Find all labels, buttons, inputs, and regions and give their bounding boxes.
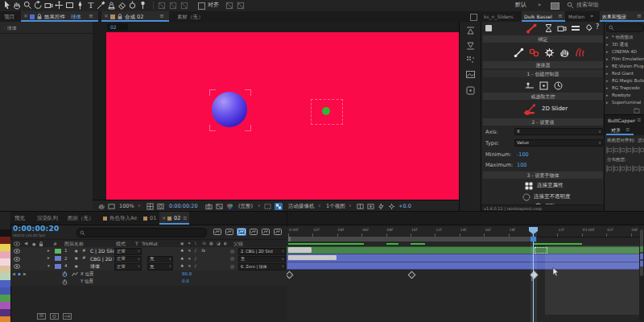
layer-color-swatch[interactable] [55, 249, 61, 254]
twirl-right-icon[interactable]: ▸ [606, 57, 609, 61]
align-top-icon[interactable] [465, 26, 476, 36]
keyframe-diamond[interactable] [407, 270, 415, 279]
shy-switch-icon[interactable]: ♠ [180, 249, 184, 253]
tab-composition[interactable]: × 合成 02 ≡ [101, 11, 169, 22]
quality-switch-icon[interactable]: / [195, 249, 196, 253]
keyframe-at-time-icon[interactable]: ◆ [18, 272, 21, 276]
comp-breadcrumb[interactable]: 02 [107, 23, 128, 31]
align-bottom-icon[interactable] [465, 40, 476, 51]
duik-tools-wrench-icon[interactable] [584, 24, 592, 33]
work-area-start-handle[interactable] [288, 237, 291, 242]
pen-tool-icon[interactable] [76, 1, 85, 10]
property-name[interactable]: Y 位置 [80, 279, 93, 284]
tab-footage[interactable]: 素材（无） [177, 14, 204, 20]
graph-editor-icon[interactable] [273, 228, 283, 236]
hide-shy-layers-icon[interactable] [237, 228, 246, 236]
layer-name-column-header[interactable]: 图层名称 [64, 242, 84, 246]
layer-name[interactable]: 球体 [90, 264, 100, 269]
panel-group-icon[interactable] [470, 14, 477, 21]
fx-switch-icon[interactable]: fx [201, 249, 205, 253]
effects-tree-item[interactable]: ▸Film Emulation [605, 56, 644, 63]
toggle-inout-pane-icon[interactable] [63, 313, 72, 320]
color-swatch[interactable] [0, 295, 10, 302]
region-of-interest-icon[interactable] [264, 203, 271, 210]
panel-menu-icon[interactable]: ≡ [159, 14, 164, 19]
camera-tool-icon[interactable] [44, 1, 54, 10]
align-button-icon[interactable] [625, 147, 631, 154]
tab-layer-none[interactable]: 图层（无） [68, 216, 94, 221]
layer-name[interactable]: CBG | 2D Slider [90, 257, 116, 262]
prev-keyframe-icon[interactable]: ◀ [12, 272, 15, 276]
property-name[interactable]: X 位置 [80, 272, 94, 277]
tab-buttcapper[interactable]: ButtCapper [608, 118, 635, 123]
panel-menu-icon[interactable]: ≡ [625, 127, 630, 133]
active-camera-dropdown[interactable]: 活动摄像机 [288, 204, 315, 209]
motion-blur-icon[interactable] [261, 228, 270, 236]
exposure-gear-icon[interactable] [388, 203, 395, 210]
property-row[interactable]: Y 位置0.0 [10, 278, 287, 286]
align-checkbox[interactable] [198, 2, 205, 10]
hand-preview-icon[interactable] [98, 203, 105, 210]
comp-canvas[interactable] [106, 32, 459, 200]
work-area-bar[interactable] [288, 237, 535, 242]
duik-automation-tab-icon[interactable] [571, 24, 580, 32]
distribute-button-icon[interactable] [613, 165, 618, 172]
color-swatch[interactable] [0, 258, 10, 266]
axis-dropdown[interactable]: X∨ [514, 128, 603, 135]
align-button-icon[interactable] [632, 147, 638, 154]
tab-ks-n-sliders[interactable]: ks_n_Sliders [484, 14, 514, 19]
view-layout-dropdown[interactable]: 1个视图 [326, 204, 345, 209]
color-swatch[interactable] [0, 244, 10, 251]
layer-color-swatch[interactable] [55, 256, 61, 261]
orbit-tool-icon[interactable] [34, 1, 43, 10]
color-swatch[interactable] [0, 280, 10, 287]
twirl-right-icon[interactable]: ▸ [606, 50, 609, 54]
tab-comp-character-import[interactable]: 角色导入Ae [109, 216, 137, 221]
tab-comp-02[interactable]: × 02 ≡ [159, 212, 189, 225]
grid-guides-icon[interactable] [147, 203, 154, 210]
keyframe-diamond[interactable] [287, 270, 293, 279]
show-snapshot-icon[interactable] [216, 203, 223, 210]
duik-constraints-tab-icon[interactable] [544, 23, 553, 33]
close-icon[interactable]: × [104, 14, 109, 19]
color-swatch[interactable] [0, 287, 10, 295]
color-swatch[interactable] [0, 273, 10, 280]
duik-hand-icon[interactable] [559, 47, 571, 59]
twirl-right-icon[interactable]: ▸ [47, 249, 50, 254]
screen-mode-icon[interactable] [108, 203, 115, 210]
new-animation-preset-icon[interactable] [634, 108, 640, 114]
layer-bar-label-chip[interactable]: Controller [288, 247, 312, 253]
selection-tool-icon[interactable] [2, 1, 12, 10]
t-column-header[interactable]: T [135, 242, 138, 246]
timeline-scrollbar[interactable] [639, 227, 644, 322]
effects-search-input[interactable] [606, 23, 644, 32]
stopwatch-icon[interactable] [62, 279, 68, 285]
shy-switch-icon[interactable]: ♠ [180, 264, 184, 268]
effects-tree-item[interactable]: ▸* 动画预设 [605, 34, 644, 41]
align-button-icon[interactable] [638, 147, 644, 154]
duik-2d-slider-button[interactable]: 2D Slider [483, 101, 603, 118]
exposure-value[interactable]: +0.0 [398, 204, 411, 209]
close-icon[interactable]: × [162, 216, 166, 221]
draft-3d-icon[interactable] [225, 228, 234, 236]
toggle-switches-pane-icon[interactable] [37, 313, 46, 320]
connect-opacity-button[interactable]: 连接至不透明度 [483, 192, 603, 202]
layer-name[interactable]: C | 2D Slider [90, 249, 116, 254]
view-layout-icon[interactable] [357, 203, 364, 210]
distribute-button-icon[interactable] [632, 165, 638, 172]
duik-box-controller-icon[interactable] [539, 80, 549, 91]
brush-tool-icon[interactable] [97, 1, 106, 10]
duik-camera-tab-icon[interactable] [557, 24, 567, 33]
sphere-layer[interactable] [212, 92, 247, 127]
snapshot-icon[interactable] [205, 203, 213, 210]
show-channels-icon[interactable] [226, 203, 234, 210]
next-keyframe-icon[interactable]: ▶ [23, 272, 27, 276]
layer-color-swatch[interactable] [55, 264, 61, 269]
twirl-down-icon[interactable]: ▾ [47, 264, 50, 269]
tab-effect-controls[interactable]: × 效果控件 球体 ≡ [21, 11, 98, 22]
effects-tree-item[interactable]: ▸Superluminal [605, 99, 644, 106]
duik-slider-icon[interactable] [524, 80, 535, 91]
minimum-value[interactable]: -100 [517, 152, 529, 158]
eraser-tool-icon[interactable] [118, 1, 127, 10]
connect-properties-button[interactable]: 连接至属性 [483, 180, 603, 191]
